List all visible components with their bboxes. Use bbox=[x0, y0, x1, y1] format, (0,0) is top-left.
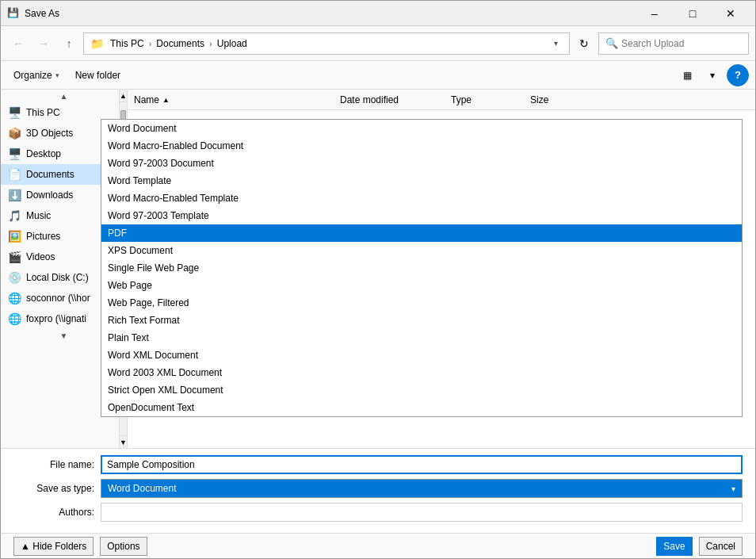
scrollbar-down-arrow[interactable]: ▼ bbox=[120, 435, 127, 448]
organize-label: Organize bbox=[13, 70, 52, 81]
saveas-type-dropdown: Word Document Word Macro-Enabled Documen… bbox=[101, 119, 743, 417]
hide-folders-button[interactable]: ▲ Hide Folders bbox=[13, 537, 94, 556]
search-icon: 🔍 bbox=[605, 37, 618, 49]
sidebar-label-desktop: Desktop bbox=[26, 148, 61, 159]
breadcrumb[interactable]: 📁 This PC › Documents › Upload ▾ bbox=[83, 33, 570, 55]
foxpro-icon: 🌐 bbox=[7, 312, 21, 326]
dropdown-item-word-97[interactable]: Word 97-2003 Document bbox=[101, 155, 742, 172]
title-bar-text: Save As bbox=[25, 8, 636, 19]
title-bar: 💾 Save As – □ ✕ bbox=[1, 1, 755, 26]
new-folder-button[interactable]: New folder bbox=[69, 64, 127, 86]
minimize-button[interactable]: – bbox=[636, 1, 673, 26]
save-button[interactable]: Save bbox=[656, 537, 692, 556]
dropdown-item-word-97-template[interactable]: Word 97-2003 Template bbox=[101, 207, 742, 224]
sidebar-label-thispc: This PC bbox=[26, 107, 60, 118]
dropdown-item-word-2003-xml[interactable]: Word 2003 XML Document bbox=[101, 364, 742, 381]
up-button[interactable]: ↑ bbox=[58, 33, 80, 55]
sidebar-label-music: Music bbox=[26, 210, 51, 221]
cancel-button[interactable]: Cancel bbox=[699, 537, 743, 556]
column-size[interactable]: Size bbox=[530, 94, 594, 105]
organize-arrow: ▾ bbox=[55, 71, 59, 79]
saveas-type-value: Word Document bbox=[108, 483, 731, 494]
filename-input[interactable] bbox=[101, 455, 743, 474]
close-button[interactable]: ✕ bbox=[712, 1, 749, 26]
videos-icon: 🎬 bbox=[7, 250, 21, 264]
soconnor-icon: 🌐 bbox=[7, 291, 21, 305]
saveas-type-label: Save as type: bbox=[13, 483, 101, 494]
sidebar-scroll-up[interactable]: ▲ bbox=[1, 90, 127, 102]
column-type[interactable]: Type bbox=[451, 94, 530, 105]
view-dropdown-button[interactable]: ▾ bbox=[701, 64, 724, 86]
documents-icon: 📄 bbox=[7, 167, 21, 182]
save-as-dialog: 💾 Save As – □ ✕ ← → ↑ 📁 This PC › Docume… bbox=[0, 0, 756, 559]
dialog-icon: 💾 bbox=[7, 7, 20, 20]
pictures-icon: 🖼️ bbox=[7, 229, 21, 243]
breadcrumb-thispc: This PC bbox=[110, 38, 144, 49]
address-bar: ← → ↑ 📁 This PC › Documents › Upload ▾ ↻… bbox=[1, 26, 755, 61]
3dobjects-icon: 📦 bbox=[7, 126, 21, 140]
search-box[interactable]: 🔍 bbox=[598, 33, 749, 55]
options-button[interactable]: Options bbox=[100, 537, 147, 556]
dropdown-item-single-web[interactable]: Single File Web Page bbox=[101, 259, 742, 277]
footer-bar: ▲ Hide Folders Options Save Cancel bbox=[1, 533, 755, 558]
dropdown-item-word-doc[interactable]: Word Document bbox=[101, 120, 742, 137]
sidebar-label-3dobjects: 3D Objects bbox=[26, 128, 73, 139]
dropdown-item-rtf[interactable]: Rich Text Format bbox=[101, 312, 742, 329]
column-date-modified[interactable]: Date modified bbox=[340, 94, 451, 105]
filename-row: File name: bbox=[13, 455, 743, 474]
bottom-panel: File name: Save as type: Word Document ▾… bbox=[1, 448, 755, 533]
music-icon: 🎵 bbox=[7, 209, 21, 223]
dropdown-item-word-template[interactable]: Word Template bbox=[101, 172, 742, 190]
breadcrumb-dropdown-button[interactable]: ▾ bbox=[548, 36, 563, 51]
column-header: Name ▲ Date modified Type Size bbox=[128, 90, 755, 110]
downloads-icon: ⬇️ bbox=[7, 188, 21, 202]
forward-button[interactable]: → bbox=[32, 33, 55, 55]
title-bar-buttons: – □ ✕ bbox=[636, 1, 749, 26]
sidebar-label-localdisk: Local Disk (C:) bbox=[26, 272, 89, 283]
thispc-icon: 🖥️ bbox=[7, 105, 21, 120]
view-button[interactable]: ▦ bbox=[676, 64, 698, 86]
filename-label: File name: bbox=[13, 459, 101, 470]
search-input[interactable] bbox=[621, 38, 742, 49]
dropdown-item-plain-text[interactable]: Plain Text bbox=[101, 329, 742, 347]
help-button[interactable]: ? bbox=[727, 64, 749, 86]
authors-label: Authors: bbox=[13, 507, 101, 518]
sidebar-label-soconnor: soconnor (\\hor bbox=[26, 293, 90, 304]
column-name[interactable]: Name ▲ bbox=[134, 94, 340, 105]
breadcrumb-folder-icon: 📁 bbox=[90, 37, 104, 50]
sidebar-label-videos: Videos bbox=[26, 251, 55, 262]
dropdown-item-pdf[interactable]: PDF bbox=[101, 224, 742, 242]
maximize-button[interactable]: □ bbox=[674, 1, 711, 26]
new-folder-label: New folder bbox=[75, 70, 120, 81]
sidebar-label-downloads: Downloads bbox=[26, 190, 73, 201]
saveas-type-arrow: ▾ bbox=[731, 484, 735, 493]
organize-button[interactable]: Organize ▾ bbox=[7, 64, 66, 86]
view-icon: ▦ bbox=[683, 70, 692, 81]
dropdown-item-word-macro-template[interactable]: Word Macro-Enabled Template bbox=[101, 190, 742, 207]
dropdown-item-strict-xml[interactable]: Strict Open XML Document bbox=[101, 381, 742, 399]
dropdown-item-xps[interactable]: XPS Document bbox=[101, 242, 742, 259]
dropdown-item-word-xml[interactable]: Word XML Document bbox=[101, 347, 742, 364]
scrollbar-up-arrow[interactable]: ▲ bbox=[120, 90, 127, 102]
hide-folders-label: Hide Folders bbox=[32, 541, 86, 552]
dropdown-item-word-macro[interactable]: Word Macro-Enabled Document bbox=[101, 137, 742, 155]
toolbar: Organize ▾ New folder ▦ ▾ ? bbox=[1, 61, 755, 90]
column-name-label: Name bbox=[134, 94, 159, 105]
back-button[interactable]: ← bbox=[7, 33, 29, 55]
sidebar-label-documents: Documents bbox=[26, 169, 74, 180]
dropdown-item-odt[interactable]: OpenDocument Text bbox=[101, 399, 742, 416]
breadcrumb-upload: Upload bbox=[217, 38, 247, 49]
sidebar-label-pictures: Pictures bbox=[26, 231, 60, 242]
saveas-type-select[interactable]: Word Document ▾ bbox=[101, 479, 743, 498]
sidebar-label-foxpro: foxpro (\\ignati bbox=[26, 313, 86, 324]
refresh-button[interactable]: ↻ bbox=[573, 33, 595, 55]
desktop-icon: 🖥️ bbox=[7, 147, 21, 161]
breadcrumb-documents: Documents bbox=[156, 38, 204, 49]
saveas-type-row: Save as type: Word Document ▾ bbox=[13, 479, 743, 498]
authors-input[interactable] bbox=[101, 503, 743, 522]
dropdown-item-web-page[interactable]: Web Page bbox=[101, 277, 742, 294]
hide-folders-arrow: ▲ bbox=[21, 541, 32, 552]
dropdown-item-web-filtered[interactable]: Web Page, Filtered bbox=[101, 294, 742, 312]
view-dropdown-icon: ▾ bbox=[710, 70, 715, 81]
authors-row: Authors: bbox=[13, 503, 743, 522]
